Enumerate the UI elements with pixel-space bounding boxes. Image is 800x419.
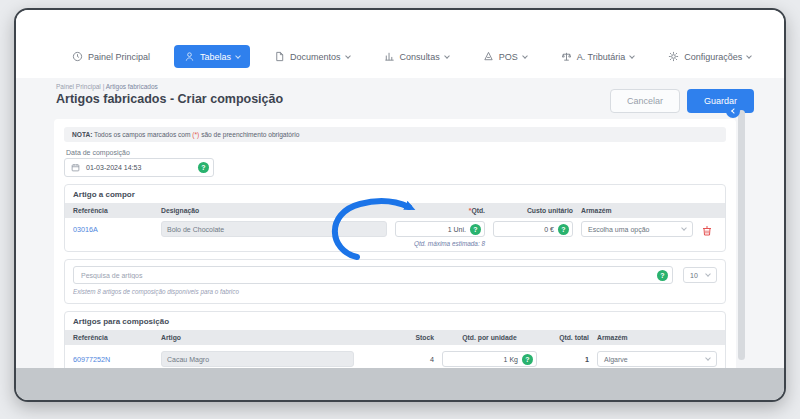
component-name-field: Cacau Magro [161, 351, 354, 367]
nav-label: Configurações [684, 52, 742, 62]
col-qtd: *Qtd. [395, 207, 485, 214]
composition-date-value: 01-03-2024 14:53 [86, 164, 192, 171]
article-reference-link[interactable]: 03016A [73, 225, 153, 234]
article-to-compose-section: Artigo a compor Referência Designação *Q… [64, 184, 726, 252]
col-artigo: Artigo [161, 334, 354, 341]
cancel-button[interactable]: Cancelar [610, 89, 680, 113]
warehouse-select[interactable]: Algarve [597, 351, 717, 367]
composition-articles-section: Artigos para composição Referência Artig… [64, 311, 726, 368]
article-search-section: ? 10 Existem 8 artigos de composição dis… [64, 259, 726, 304]
qty-total-value: 1 [545, 355, 589, 364]
trash-icon [701, 225, 713, 237]
chevron-down-icon [629, 53, 635, 59]
chart-icon [384, 51, 395, 62]
composition-table-header: Referência Artigo Stock Qtd. por unidade… [65, 330, 725, 345]
panel-toggle-button[interactable] [726, 104, 740, 118]
col-armazem: Armazém [581, 207, 693, 214]
help-badge[interactable]: ? [470, 224, 481, 235]
chevron-down-icon [522, 53, 528, 59]
col-custo-unitario: Custo unitário [493, 207, 573, 214]
nav-item-marketplace[interactable]: Marketplace [775, 45, 786, 68]
page-content: Painel Principal | Artigos fabricados Ar… [16, 78, 784, 368]
nav-label: Painel Principal [88, 52, 150, 62]
col-stock: Stock [384, 334, 434, 341]
max-qty-hint: Qtd. máxima estimada: 8 [414, 240, 485, 247]
nav-item-consultas[interactable]: Consultas [374, 45, 459, 68]
qty-per-unit-field[interactable]: 1 Kg ? [442, 351, 537, 367]
marketplace-icon [785, 51, 786, 62]
designation-field: Bolo de Chocolate [161, 221, 387, 237]
help-badge[interactable]: ? [198, 162, 209, 173]
chevron-down-icon [705, 355, 711, 361]
nav-item-pos[interactable]: POS [473, 45, 537, 68]
component-reference-link[interactable]: 60977252N [73, 355, 153, 364]
nav-item-painel-principal[interactable]: Painel Principal [62, 45, 160, 68]
compose-table-body: 03016A Bolo de Chocolate 1 Uni. ? Qtd. m… [65, 218, 725, 249]
vertical-scrollbar[interactable] [738, 110, 745, 360]
breadcrumb: Painel Principal | Artigos fabricados [56, 83, 283, 90]
composition-date-input[interactable]: 01-03-2024 14:53 ? [64, 158, 214, 177]
available-articles-hint: Existem 8 artigos de composição disponív… [65, 285, 725, 301]
help-badge[interactable]: ? [522, 354, 533, 365]
breadcrumb-separator: | [103, 83, 105, 90]
chevron-left-icon [731, 108, 737, 114]
chevron-down-icon [705, 271, 711, 277]
help-badge[interactable]: ? [657, 270, 668, 281]
col-designacao: Designação [161, 207, 387, 214]
warehouse-select[interactable]: Escolha uma opção [581, 221, 693, 237]
unit-cost-field[interactable]: 0 € ? [493, 221, 573, 237]
section-title: Artigo a compor [65, 185, 725, 203]
chevron-down-icon [746, 53, 752, 59]
chevron-down-icon [345, 53, 351, 59]
calendar-icon [71, 163, 80, 172]
nav-label: Tabelas [200, 52, 231, 62]
bottom-band [16, 368, 784, 400]
delete-article-button[interactable] [701, 223, 713, 235]
pos-icon [483, 51, 494, 62]
col-armazem: Armazém [597, 334, 717, 341]
required-fields-note: NOTA: Todos os campos marcados com (*) s… [64, 127, 726, 142]
form-card: NOTA: Todos os campos marcados com (*) s… [54, 119, 736, 368]
breadcrumb-home[interactable]: Painel Principal [56, 83, 101, 90]
compose-table-header: Referência Designação *Qtd. Custo unitár… [65, 203, 725, 218]
app-window: Painel Principal Tabelas Documentos Cons… [14, 8, 786, 402]
col-referencia: Referência [73, 207, 153, 214]
col-qtd-por-unidade: Qtd. por unidade [442, 334, 537, 341]
scale-icon [561, 51, 572, 62]
nav-item-a-tributaria[interactable]: A. Tributária [551, 45, 645, 68]
compose-row: 03016A Bolo de Chocolate 1 Uni. ? Qtd. m… [73, 221, 717, 237]
chevron-down-icon [681, 225, 687, 231]
article-search-field: ? [73, 266, 673, 284]
save-button[interactable]: Guardar [687, 89, 754, 113]
nav-label: POS [499, 52, 518, 62]
col-referencia: Referência [73, 334, 153, 341]
nav-label: Documentos [290, 52, 341, 62]
nav-item-configuracoes[interactable]: Configurações [658, 45, 761, 68]
note-label: NOTA: [72, 131, 92, 138]
chevron-down-icon [235, 53, 241, 59]
composition-date-label: Data de composição [66, 149, 726, 156]
users-icon [184, 51, 195, 62]
page-title: Artigos fabricados - Criar composição [56, 92, 283, 106]
table-row: 60977252N Cacau Magro 4 1 Kg ? 1 Algarve [73, 348, 717, 368]
nav-item-tabelas[interactable]: Tabelas [174, 45, 250, 68]
chevron-down-icon [444, 53, 450, 59]
nav-label: Consultas [400, 52, 440, 62]
document-icon [274, 51, 285, 62]
page-size-select[interactable]: 10 [683, 267, 717, 283]
nav-item-documentos[interactable]: Documentos [264, 45, 360, 68]
breadcrumb-current[interactable]: Artigos fabricados [106, 83, 158, 90]
help-badge[interactable]: ? [558, 224, 569, 235]
col-qtd-total: Qtd. total [545, 334, 589, 341]
page-header: Painel Principal | Artigos fabricados Ar… [16, 78, 784, 119]
composition-table-body: 60977252N Cacau Magro 4 1 Kg ? 1 Algarve [65, 345, 725, 368]
gear-icon [668, 51, 679, 62]
qty-field[interactable]: 1 Uni. ? [395, 221, 485, 237]
stock-value: 4 [384, 355, 434, 364]
section-title: Artigos para composição [65, 312, 725, 330]
search-input[interactable] [76, 272, 657, 279]
nav-label: A. Tributária [577, 52, 626, 62]
clock-icon [72, 51, 83, 62]
main-navbar: Painel Principal Tabelas Documentos Cons… [16, 10, 784, 78]
